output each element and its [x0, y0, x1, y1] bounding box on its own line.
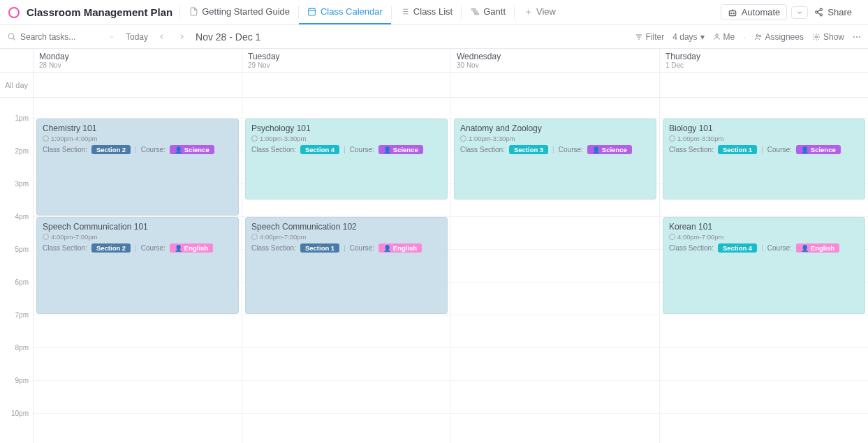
gantt-icon — [470, 7, 480, 17]
tab-gantt[interactable]: Gantt — [462, 0, 514, 24]
svg-point-22 — [8, 33, 14, 39]
day-slots[interactable]: Biology 101 1:00pm-3:30pm Class Section:… — [660, 98, 868, 443]
svg-rect-13 — [729, 10, 735, 15]
tab-class-calendar[interactable]: Class Calendar — [299, 0, 391, 24]
next-button[interactable] — [175, 33, 189, 40]
section-tag: Section 2 — [91, 243, 131, 253]
class-section-label: Class Section: — [251, 146, 296, 153]
show-button[interactable]: Show — [812, 32, 844, 42]
toolbar-right: Filter 4 days ▾ Me · Assignees Show ⋯ — [635, 32, 861, 42]
calendar-toolbar: Today Nov 28 - Dec 1 Filter 4 days ▾ Me … — [0, 25, 868, 49]
time-label: 6pm — [0, 278, 33, 311]
assignees-label: Assignees — [765, 32, 804, 42]
day-name: Wednesday — [457, 52, 654, 61]
event-meta: Class Section: Section 2 | Course: 👤Engl… — [43, 243, 233, 253]
allday-cell[interactable] — [242, 73, 450, 98]
day-slots[interactable]: Chemistry 101 1:00pm-4:00pm Class Sectio… — [34, 98, 242, 443]
clock-icon — [251, 234, 258, 240]
event-biology-101[interactable]: Biology 101 1:00pm-3:30pm Class Section:… — [663, 119, 865, 200]
separator: | — [135, 244, 137, 252]
add-view-button[interactable]: ＋ View — [515, 0, 564, 24]
assignees-button[interactable]: Assignees — [754, 32, 804, 42]
tab-label: Gantt — [483, 6, 506, 17]
tab-label: Class Calendar — [321, 6, 383, 17]
day-slots[interactable]: Psychology 101 1:00pm-3:30pm Class Secti… — [242, 98, 450, 443]
day-name: Monday — [39, 52, 236, 61]
course-label: Course: — [559, 146, 583, 153]
automate-button[interactable]: Automate — [721, 4, 788, 20]
automate-label: Automate — [742, 7, 781, 17]
svg-line-20 — [818, 10, 821, 12]
tab-label: Getting Started Guide — [202, 6, 290, 17]
svg-point-15 — [733, 13, 734, 13]
day-header: Thursday 1 Dec — [660, 49, 868, 73]
event-meta: Class Section: Section 2 | Course: 👤Scie… — [43, 145, 233, 154]
more-button[interactable]: ⋯ — [853, 32, 861, 42]
tab-class-list[interactable]: Class List — [392, 0, 461, 24]
allday-cell[interactable] — [660, 73, 868, 98]
clock-icon — [251, 135, 258, 142]
day-date: 28 Nov — [39, 61, 236, 69]
event-psychology-101[interactable]: Psychology 101 1:00pm-3:30pm Class Secti… — [245, 119, 448, 200]
chevron-down-icon[interactable] — [108, 33, 115, 40]
separator: | — [552, 146, 554, 153]
days-selector[interactable]: 4 days ▾ — [672, 32, 704, 42]
share-icon — [814, 8, 823, 17]
time-label: 7pm — [0, 311, 33, 344]
event-speech-102[interactable]: Speech Communication 102 4:00pm-7:00pm C… — [245, 217, 448, 314]
event-chemistry-101[interactable]: Chemistry 101 1:00pm-4:00pm Class Sectio… — [36, 119, 239, 216]
course-tag: 👤Science — [378, 145, 423, 154]
time-label: 10pm — [0, 410, 33, 442]
plus-icon: ＋ — [523, 7, 533, 17]
event-title: Korean 101 — [669, 222, 859, 232]
allday-cell[interactable] — [451, 73, 659, 98]
day-column-tuesday: Tuesday 29 Nov Psychology 101 1:00pm-3:3… — [242, 49, 451, 443]
separator: | — [344, 244, 346, 252]
time-label: 9pm — [0, 377, 33, 410]
event-korean-101[interactable]: Korean 101 4:00pm-7:00pm Class Section: … — [663, 217, 865, 314]
share-button[interactable]: Share — [808, 5, 858, 20]
separator: | — [761, 146, 763, 153]
me-button[interactable]: Me — [713, 32, 735, 42]
event-meta: Class Section: Section 1 | Course: 👤Scie… — [669, 145, 859, 154]
top-bar: Classroom Management Plan Getting Starte… — [0, 0, 868, 25]
prev-button[interactable] — [155, 33, 168, 40]
clock-icon — [43, 135, 49, 142]
event-title: Anatomy and Zoology — [460, 123, 650, 133]
event-title: Chemistry 101 — [43, 123, 233, 133]
event-meta: Class Section: Section 4 | Course: 👤Engl… — [669, 243, 859, 253]
search-icon — [7, 32, 16, 41]
course-label: Course: — [767, 146, 792, 153]
event-time: 1:00pm-4:00pm — [43, 135, 233, 142]
tab-label: Class List — [413, 6, 453, 17]
event-meta: Class Section: Section 4 | Course: 👤Scie… — [251, 145, 441, 154]
doc-icon — [189, 7, 198, 17]
event-anatomy[interactable]: Anatomy and Zoology 1:00pm-3:30pm Class … — [454, 119, 656, 200]
days-label: 4 days — [672, 32, 697, 42]
caret-down-icon: ▾ — [700, 32, 705, 42]
tab-getting-started[interactable]: Getting Started Guide — [180, 0, 298, 24]
today-button[interactable]: Today — [126, 32, 148, 42]
svg-point-14 — [730, 13, 731, 13]
filter-label: Filter — [646, 32, 665, 42]
view-tabs: Getting Started Guide Class Calendar Cla… — [180, 0, 564, 24]
event-time: 4:00pm-7:00pm — [669, 233, 859, 241]
event-speech-101[interactable]: Speech Communication 101 4:00pm-7:00pm C… — [36, 217, 239, 314]
day-column-monday: Monday 28 Nov Chemistry 101 1:00pm-4:00p… — [34, 49, 242, 443]
event-meta: Class Section: Section 1 | Course: 👤Engl… — [251, 243, 441, 253]
svg-point-30 — [815, 36, 817, 38]
class-section-label: Class Section: — [669, 244, 714, 252]
search-input[interactable] — [20, 32, 104, 42]
person-icon: 👤 — [592, 147, 600, 153]
separator: · — [743, 32, 745, 42]
allday-cell[interactable] — [34, 73, 242, 98]
event-meta: Class Section: Section 3 | Course: 👤Scie… — [460, 145, 650, 154]
event-time: 1:00pm-3:30pm — [460, 135, 650, 142]
filter-button[interactable]: Filter — [635, 32, 665, 42]
person-icon — [713, 33, 721, 40]
day-header: Tuesday 29 Nov — [242, 49, 450, 73]
automate-dropdown[interactable] — [791, 6, 808, 19]
day-slots[interactable]: Anatomy and Zoology 1:00pm-3:30pm Class … — [451, 98, 659, 443]
svg-point-27 — [715, 34, 718, 37]
class-section-label: Class Section: — [251, 244, 296, 252]
